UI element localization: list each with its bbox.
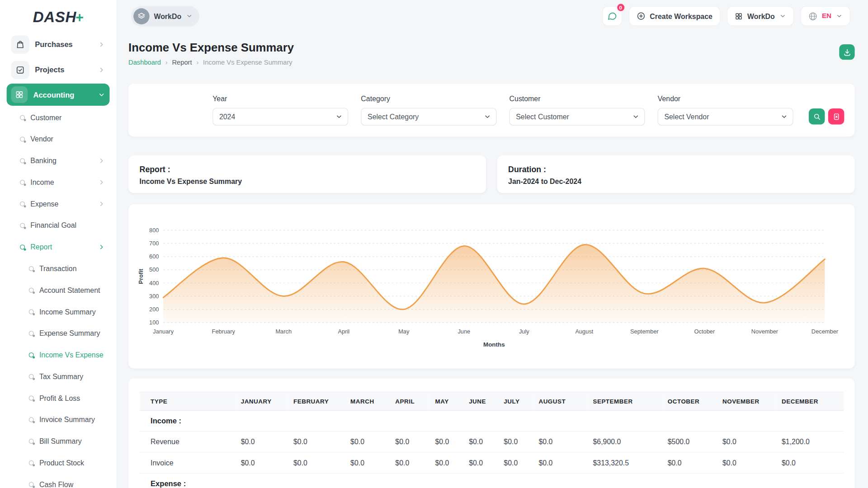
category-filter: Category Select Category bbox=[361, 94, 496, 126]
chart-card: 100200300400500600700800JanuaryFebruaryM… bbox=[128, 204, 855, 369]
empty-cell bbox=[498, 410, 533, 432]
sidebar-item-label: Cash Flow bbox=[39, 480, 73, 488]
table-header-row: TYPEJANUARYFEBRUARYMARCHAPRILMAYJUNEJULY… bbox=[140, 392, 844, 410]
col-header-january: JANUARY bbox=[235, 392, 288, 410]
sidebar-item-label: Financial Goal bbox=[30, 221, 76, 230]
sidebar-item-accounting[interactable]: Accounting bbox=[7, 84, 110, 106]
table-cell: $0.0 bbox=[463, 431, 498, 452]
sidebar-item-customer[interactable]: Customer bbox=[7, 107, 110, 128]
profit-area-chart: 100200300400500600700800JanuaryFebruaryM… bbox=[135, 209, 849, 354]
col-header-july: JULY bbox=[498, 392, 533, 410]
workspace-dropdown-button[interactable]: WorkDo bbox=[727, 6, 794, 26]
circle-icon bbox=[29, 396, 34, 401]
customer-filter: Customer Select Customer bbox=[509, 94, 645, 126]
brand-logo[interactable]: DASH+ bbox=[7, 5, 110, 28]
accounting-icon bbox=[11, 86, 28, 103]
circle-icon bbox=[29, 482, 34, 487]
empty-cell bbox=[235, 410, 288, 432]
breadcrumb-current: Income Vs Expense Summary bbox=[203, 59, 292, 66]
svg-text:April: April bbox=[338, 328, 349, 335]
svg-text:June: June bbox=[458, 328, 470, 335]
table-cell: $0.0 bbox=[717, 452, 776, 474]
sidebar-item-expense[interactable]: Expense bbox=[7, 193, 110, 215]
svg-text:December: December bbox=[811, 328, 839, 335]
sidebar-item-label: Profit & Loss bbox=[39, 394, 80, 402]
sidebar-item-label: Report bbox=[30, 243, 52, 251]
table-cell: $0.0 bbox=[235, 431, 288, 452]
download-icon bbox=[843, 48, 851, 56]
svg-text:400: 400 bbox=[149, 280, 159, 286]
chevron-down-icon bbox=[186, 13, 193, 19]
workspace-name: WorkDo bbox=[154, 12, 181, 20]
empty-cell bbox=[288, 410, 345, 432]
table-section-row: Income : bbox=[140, 410, 844, 432]
sidebar-item-income[interactable]: Income bbox=[7, 172, 110, 193]
table-cell: $313,320.5 bbox=[587, 452, 662, 474]
col-header-december: DECEMBER bbox=[776, 392, 844, 410]
sidebar-item-profit-loss[interactable]: Profit & Loss bbox=[7, 387, 110, 409]
sidebar-item-financial-goal[interactable]: Financial Goal bbox=[7, 215, 110, 236]
chevron-down-icon bbox=[779, 13, 786, 19]
create-workspace-button[interactable]: Create Workspace bbox=[629, 6, 720, 26]
section-title: Income : bbox=[140, 410, 236, 432]
page-title: Income Vs Expense Summary bbox=[128, 41, 294, 54]
table-cell: $0.0 bbox=[345, 452, 390, 474]
sidebar-item-income-vs-expense[interactable]: Income Vs Expense bbox=[7, 344, 110, 366]
filter-actions bbox=[809, 108, 844, 126]
circle-icon bbox=[29, 352, 34, 357]
vendor-select[interactable]: Select Vendor bbox=[658, 108, 793, 126]
table-cell: $1,200.0 bbox=[776, 431, 844, 452]
sidebar-item-report[interactable]: Report bbox=[7, 236, 110, 258]
reset-button[interactable] bbox=[828, 108, 844, 125]
sidebar-item-cash-flow[interactable]: Cash Flow bbox=[7, 474, 110, 488]
empty-cell bbox=[533, 474, 587, 488]
empty-cell bbox=[345, 410, 390, 432]
table-cell: $6,900.0 bbox=[587, 431, 662, 452]
duration-card-value: Jan-2024 to Dec-2024 bbox=[508, 177, 844, 185]
income-vs-expense-table: TYPEJANUARYFEBRUARYMARCHAPRILMAYJUNEJULY… bbox=[140, 392, 844, 488]
table-cell: $0.0 bbox=[429, 452, 463, 474]
sidebar-item-label: Vendor bbox=[30, 135, 53, 143]
table-cell: $0.0 bbox=[533, 452, 587, 474]
svg-text:March: March bbox=[275, 328, 292, 335]
breadcrumb-dashboard[interactable]: Dashboard bbox=[128, 59, 161, 66]
chevron-right-icon bbox=[98, 179, 105, 186]
table-cell: $0.0 bbox=[288, 452, 345, 474]
sidebar-item-expense-summary[interactable]: Expense Summary bbox=[7, 323, 110, 344]
sidebar-item-bill-summary[interactable]: Bill Summary bbox=[7, 431, 110, 452]
app: DASH+ PurchasesProjectsAccountingCustome… bbox=[0, 0, 868, 488]
language-selector[interactable]: EN bbox=[800, 6, 850, 26]
sidebar-item-account-statement[interactable]: Account Statement bbox=[7, 279, 110, 301]
year-select[interactable]: 2024 bbox=[212, 108, 348, 126]
workspace-switcher[interactable]: WorkDo bbox=[131, 6, 199, 26]
sidebar-item-product-stock[interactable]: Product Stock bbox=[7, 452, 110, 474]
sidebar-item-income-summary[interactable]: Income Summary bbox=[7, 301, 110, 323]
chevron-right-icon bbox=[98, 157, 105, 164]
sidebar-item-purchases[interactable]: Purchases bbox=[7, 32, 110, 56]
col-header-june: JUNE bbox=[463, 392, 498, 410]
svg-text:700: 700 bbox=[149, 240, 159, 247]
page-header: Income Vs Expense Summary Dashboard Repo… bbox=[128, 41, 855, 66]
table-cell: $0.0 bbox=[498, 431, 533, 452]
section-title: Expense : bbox=[140, 474, 236, 488]
chevron-right-icon bbox=[98, 244, 105, 251]
sidebar-item-vendor[interactable]: Vendor bbox=[7, 128, 110, 150]
sidebar-item-projects[interactable]: Projects bbox=[7, 57, 110, 82]
sidebar-item-invoice-summary[interactable]: Invoice Summary bbox=[7, 409, 110, 431]
bag-icon bbox=[11, 35, 29, 53]
sidebar-item-label: Accounting bbox=[33, 90, 92, 99]
chevron-right-icon bbox=[98, 66, 105, 73]
year-label: Year bbox=[212, 94, 348, 103]
sidebar-item-tax-summary[interactable]: Tax Summary bbox=[7, 366, 110, 387]
customer-select[interactable]: Select Customer bbox=[509, 108, 645, 126]
vendor-filter: Vendor Select Vendor bbox=[658, 94, 793, 126]
sidebar-item-banking[interactable]: Banking bbox=[7, 150, 110, 172]
search-button[interactable] bbox=[809, 108, 825, 125]
svg-text:August: August bbox=[575, 328, 593, 335]
sidebar-item-transaction[interactable]: Transaction bbox=[7, 258, 110, 280]
download-button[interactable] bbox=[839, 44, 854, 60]
clear-filter-icon bbox=[832, 113, 840, 120]
category-select[interactable]: Select Category bbox=[361, 108, 496, 126]
messages-button[interactable]: 0 bbox=[602, 6, 622, 26]
breadcrumb-report[interactable]: Report bbox=[172, 59, 192, 66]
